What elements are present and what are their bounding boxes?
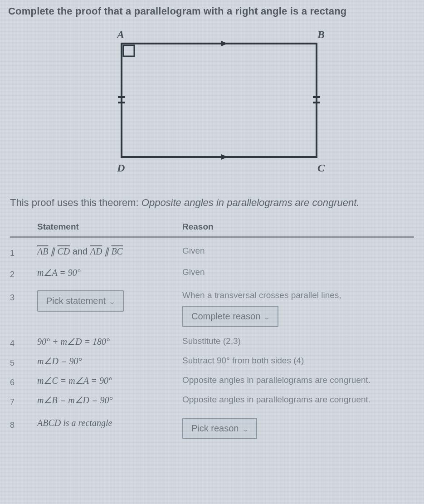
chevron-down-icon: ⌄	[241, 426, 249, 433]
page-title: Complete the proof that a parallelogram …	[0, 0, 424, 22]
svg-marker-2	[221, 41, 228, 46]
table-row: 6 m∠C = m∠A = 90° Opposite angles in par…	[10, 371, 414, 390]
reason-cell: Given	[182, 246, 414, 256]
table-row: 3 Pick statement⌄ When a transversal cro…	[10, 282, 414, 332]
svg-rect-1	[123, 45, 134, 56]
reason-cell: Subtract 90° from both sides (4)	[182, 356, 414, 366]
figure-container: A B C D	[0, 22, 424, 191]
statement-cell: m∠D = 90°	[37, 356, 182, 367]
chevron-down-icon: ⌄	[108, 298, 116, 305]
row-number: 3	[10, 290, 37, 303]
statement-cell: m∠B = m∠D = 90°	[37, 395, 182, 406]
statement-cell: AB ∥ CD and AD ∥ BC	[37, 246, 182, 257]
row-number: 4	[10, 336, 37, 348]
statement-cell: m∠C = m∠A = 90°	[37, 375, 182, 386]
statement-cell: 90° + m∠D = 180°	[37, 336, 182, 347]
rectangle-figure: A B C D	[85, 25, 339, 180]
theorem-text: This proof uses this theorem: Opposite a…	[0, 191, 424, 222]
row-number: 8	[10, 418, 37, 430]
theorem-body: Opposite angles in parallelograms are co…	[141, 197, 360, 208]
vertex-label-b: B	[317, 29, 325, 40]
table-row: 4 90° + m∠D = 180° Substitute (2,3)	[10, 332, 414, 351]
svg-marker-3	[221, 154, 228, 160]
table-header: Statement Reason	[10, 222, 414, 238]
statement-cell: Pick statement⌄	[37, 290, 182, 312]
row-number: 2	[10, 267, 37, 279]
reason-cell: Given	[182, 267, 414, 277]
vertex-label-d: D	[117, 162, 125, 174]
table-row: 1 AB ∥ CD and AD ∥ BC Given	[10, 238, 414, 263]
svg-rect-0	[122, 44, 317, 157]
reason-prefix: When a transversal crosses parallel line…	[182, 290, 414, 300]
chevron-down-icon: ⌄	[263, 313, 271, 321]
theorem-lead: This proof uses this theorem:	[10, 197, 141, 208]
reason-cell: Substitute (2,3)	[182, 336, 414, 346]
statement-cell: m∠A = 90°	[37, 267, 182, 278]
pick-reason-dropdown[interactable]: Pick reason⌄	[182, 418, 257, 439]
row-number: 7	[10, 395, 37, 407]
row-number: 1	[10, 246, 37, 258]
header-statement: Statement	[37, 222, 182, 232]
row-number: 5	[10, 356, 37, 368]
reason-cell: Opposite angles in parallelograms are co…	[182, 375, 414, 385]
reason-cell: Pick reason⌄	[182, 418, 414, 439]
vertex-label-c: C	[317, 162, 325, 174]
table-row: 2 m∠A = 90° Given	[10, 263, 414, 282]
table-row: 7 m∠B = m∠D = 90° Opposite angles in par…	[10, 390, 414, 410]
row-number: 6	[10, 375, 37, 387]
statement-cell: ABCD is a rectangle	[37, 418, 182, 428]
proof-table: Statement Reason 1 AB ∥ CD and AD ∥ BC G…	[0, 222, 424, 444]
header-reason: Reason	[182, 222, 414, 232]
vertex-label-a: A	[116, 29, 124, 40]
table-row: 5 m∠D = 90° Subtract 90° from both sides…	[10, 351, 414, 371]
complete-reason-dropdown[interactable]: Complete reason⌄	[182, 306, 278, 327]
pick-statement-dropdown[interactable]: Pick statement⌄	[37, 290, 124, 312]
reason-cell: Opposite angles in parallelograms are co…	[182, 395, 414, 405]
table-row: 8 ABCD is a rectangle Pick reason⌄	[10, 410, 414, 444]
reason-cell: When a transversal crosses parallel line…	[182, 290, 414, 327]
